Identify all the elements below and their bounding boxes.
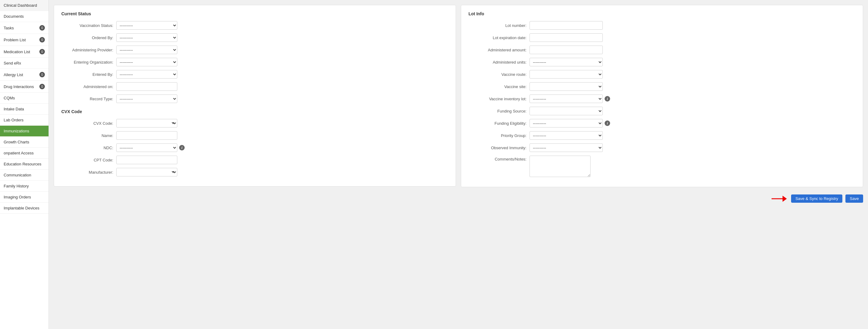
sidebar-item-label: Immunizations bbox=[4, 129, 29, 133]
sidebar-item-intake-data[interactable]: Intake Data bbox=[0, 104, 49, 115]
sidebar-item-onpatient-access[interactable]: onpatient Access bbox=[0, 148, 49, 159]
administered-amount-row: Administered amount: bbox=[468, 46, 856, 54]
vaccine-site-select[interactable] bbox=[530, 82, 603, 91]
sidebar-item-label: CQMs bbox=[4, 96, 15, 100]
sidebar-item-documents[interactable]: Documents bbox=[0, 11, 49, 22]
comments-notes-row: Comments/Notes: bbox=[468, 156, 856, 177]
administered-units-row: Administered units: ---------- bbox=[468, 58, 856, 66]
top-content-row: Current Status Vaccination Status: -----… bbox=[54, 5, 863, 187]
sidebar-item-badge: 0 bbox=[39, 72, 45, 77]
sidebar-item-growth-charts[interactable]: Growth Charts bbox=[0, 137, 49, 148]
sidebar-item-label: Imaging Orders bbox=[4, 195, 31, 199]
entered-by-select[interactable]: ---------- bbox=[116, 70, 177, 79]
sidebar-item-label: Implantable Devices bbox=[4, 206, 39, 210]
funding-source-row: Funding Source: bbox=[468, 107, 856, 115]
cvx-code-label: CVX Code: bbox=[61, 121, 116, 126]
comments-notes-textarea[interactable] bbox=[530, 156, 591, 177]
lot-number-input[interactable] bbox=[530, 21, 603, 30]
priority-group-select[interactable]: ---------- bbox=[530, 131, 603, 140]
ordered-by-row: Ordered By: ---------- bbox=[61, 33, 448, 42]
lot-expiration-date-row: Lot expiration date: bbox=[468, 33, 856, 42]
sidebar-item-medication-list[interactable]: Medication List0 bbox=[0, 46, 49, 58]
save-button[interactable]: Save bbox=[845, 194, 863, 203]
administered-on-input[interactable] bbox=[116, 82, 177, 91]
sidebar-item-cqms[interactable]: CQMs bbox=[0, 93, 49, 104]
sidebar-item-problem-list[interactable]: Problem List0 bbox=[0, 34, 49, 46]
vaccination-status-row: Vaccination Status: ---------- bbox=[61, 21, 448, 30]
sidebar-item-send-erx[interactable]: Send eRx bbox=[0, 58, 49, 69]
sidebar-item-label: Intake Data bbox=[4, 107, 24, 111]
funding-source-label: Funding Source: bbox=[468, 109, 530, 113]
manufacturer-label: Manufacturer: bbox=[61, 170, 116, 174]
observed-immunity-label: Observed Immunity: bbox=[468, 145, 530, 150]
cvx-name-row: Name: bbox=[61, 131, 448, 140]
vaccine-site-row: Vaccine site: bbox=[468, 82, 856, 91]
sidebar-item-tasks[interactable]: Tasks0 bbox=[0, 22, 49, 34]
sidebar-item-allergy-list[interactable]: Allergy List0 bbox=[0, 69, 49, 81]
cvx-name-input[interactable] bbox=[116, 131, 177, 140]
vaccination-status-label: Vaccination Status: bbox=[61, 23, 116, 28]
sidebar-item-label: Growth Charts bbox=[4, 140, 29, 144]
sidebar-item-label: Allergy List bbox=[4, 73, 23, 77]
right-card: Lot Info Lot number: Lot expiration date… bbox=[461, 5, 863, 187]
entering-organization-label: Entering Organization: bbox=[61, 60, 116, 64]
sidebar-item-label: Problem List bbox=[4, 37, 26, 42]
lot-expiration-date-input[interactable] bbox=[530, 33, 603, 42]
sidebar-item-label: Drug Interactions bbox=[4, 84, 34, 89]
ndc-select[interactable]: ---------- bbox=[116, 143, 177, 152]
administering-provider-row: Administering Provider: ---------- bbox=[61, 46, 448, 54]
sidebar-item-communication[interactable]: Communication bbox=[0, 170, 49, 181]
vaccine-route-label: Vaccine route: bbox=[468, 72, 530, 77]
lot-number-label: Lot number: bbox=[468, 23, 530, 28]
sidebar-item-family-history[interactable]: Family History bbox=[0, 181, 49, 192]
sidebar-item-label: onpatient Access bbox=[4, 151, 34, 155]
vaccine-site-label: Vaccine site: bbox=[468, 84, 530, 89]
comments-notes-label: Comments/Notes: bbox=[468, 156, 530, 161]
funding-eligibility-select[interactable]: ---------- bbox=[530, 119, 603, 128]
ndc-label: NDC: bbox=[61, 145, 116, 150]
sidebar-item-immunizations[interactable]: Immunizations bbox=[0, 126, 49, 137]
funding-source-select[interactable] bbox=[530, 107, 603, 115]
record-type-select[interactable]: ---------- bbox=[116, 94, 177, 103]
cpt-code-input[interactable] bbox=[116, 156, 177, 164]
lot-number-row: Lot number: bbox=[468, 21, 856, 30]
vaccination-status-select[interactable]: ---------- bbox=[116, 21, 177, 30]
sidebar-item-lab-orders[interactable]: Lab Orders bbox=[0, 115, 49, 126]
record-type-row: Record Type: ---------- bbox=[61, 94, 448, 103]
sidebar: Clinical DashboardDocumentsTasks0Problem… bbox=[0, 0, 49, 329]
funding-eligibility-info-icon[interactable]: i bbox=[604, 120, 610, 126]
cvx-code-section: CVX Code CVX Code: Name: NDC: ---------- bbox=[61, 109, 448, 176]
vaccine-route-select[interactable] bbox=[530, 70, 603, 79]
sidebar-item-education-resources[interactable]: Education Resources bbox=[0, 159, 49, 170]
main-content: Current Status Vaccination Status: -----… bbox=[49, 0, 868, 329]
vaccine-route-row: Vaccine route: bbox=[468, 70, 856, 79]
lot-expiration-date-label: Lot expiration date: bbox=[468, 35, 530, 40]
observed-immunity-select[interactable]: ---------- bbox=[530, 143, 603, 152]
sidebar-item-label: Education Resources bbox=[4, 162, 41, 166]
sidebar-item-clinical-dashboard[interactable]: Clinical Dashboard bbox=[0, 0, 49, 11]
funding-eligibility-row: Funding Eligibility: ---------- i bbox=[468, 119, 856, 128]
cvx-code-row: CVX Code: bbox=[61, 119, 448, 128]
save-sync-arrow bbox=[772, 196, 787, 202]
administered-units-select[interactable]: ---------- bbox=[530, 58, 603, 66]
administered-amount-input[interactable] bbox=[530, 46, 603, 54]
ndc-info-icon[interactable]: i bbox=[179, 145, 185, 150]
sidebar-item-label: Family History bbox=[4, 184, 29, 188]
manufacturer-row: Manufacturer: bbox=[61, 168, 448, 176]
cvx-code-select[interactable] bbox=[116, 119, 177, 128]
sidebar-item-implantable-devices[interactable]: Implantable Devices bbox=[0, 203, 49, 214]
ordered-by-select[interactable]: ---------- bbox=[116, 33, 177, 42]
entering-organization-row: Entering Organization: ---------- bbox=[61, 58, 448, 66]
save-sync-button[interactable]: Save & Sync to Registry bbox=[791, 194, 842, 203]
sidebar-item-drug-interactions[interactable]: Drug Interactions0 bbox=[0, 81, 49, 93]
vaccine-inventory-lot-info-icon[interactable]: i bbox=[604, 96, 610, 102]
manufacturer-select[interactable] bbox=[116, 168, 177, 176]
entered-by-label: Entered By: bbox=[61, 72, 116, 77]
lot-info-title: Lot Info bbox=[468, 11, 856, 16]
sidebar-item-imaging-orders[interactable]: Imaging Orders bbox=[0, 192, 49, 203]
vaccine-inventory-lot-select[interactable]: ---------- bbox=[530, 94, 603, 103]
entering-organization-select[interactable]: ---------- bbox=[116, 58, 177, 66]
administering-provider-select[interactable]: ---------- bbox=[116, 46, 177, 54]
sidebar-item-label: Documents bbox=[4, 14, 24, 19]
sidebar-item-label: Communication bbox=[4, 173, 31, 177]
